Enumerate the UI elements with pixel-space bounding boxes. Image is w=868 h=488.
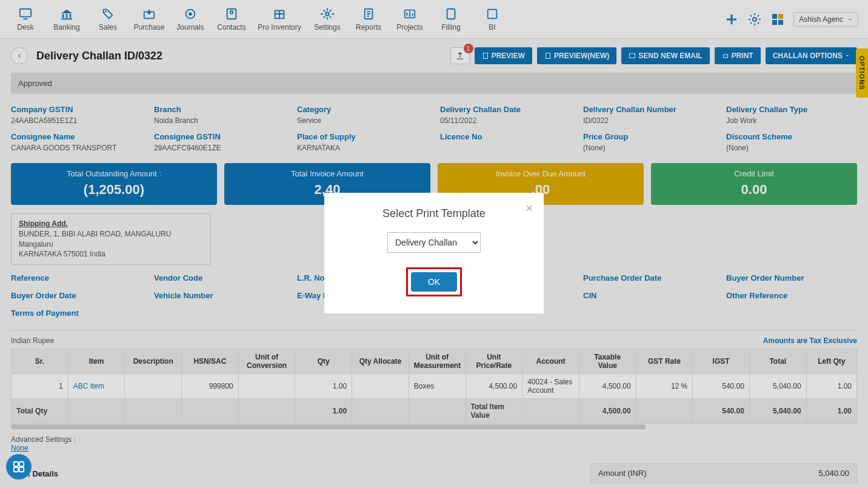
grid-icon	[12, 460, 25, 473]
app-launcher[interactable]	[6, 454, 32, 480]
ok-button[interactable]: OK	[411, 272, 457, 292]
svg-rect-25	[19, 467, 24, 472]
svg-rect-24	[14, 467, 18, 472]
svg-rect-22	[14, 462, 18, 466]
ok-highlight: OK	[406, 267, 462, 296]
svg-rect-23	[19, 462, 24, 466]
template-select[interactable]: Delivery Challan	[387, 232, 481, 253]
modal-title: Select Print Template	[339, 207, 529, 220]
modal-close-button[interactable]: ×	[526, 201, 533, 215]
print-template-modal: × Select Print Template Delivery Challan…	[324, 193, 544, 313]
